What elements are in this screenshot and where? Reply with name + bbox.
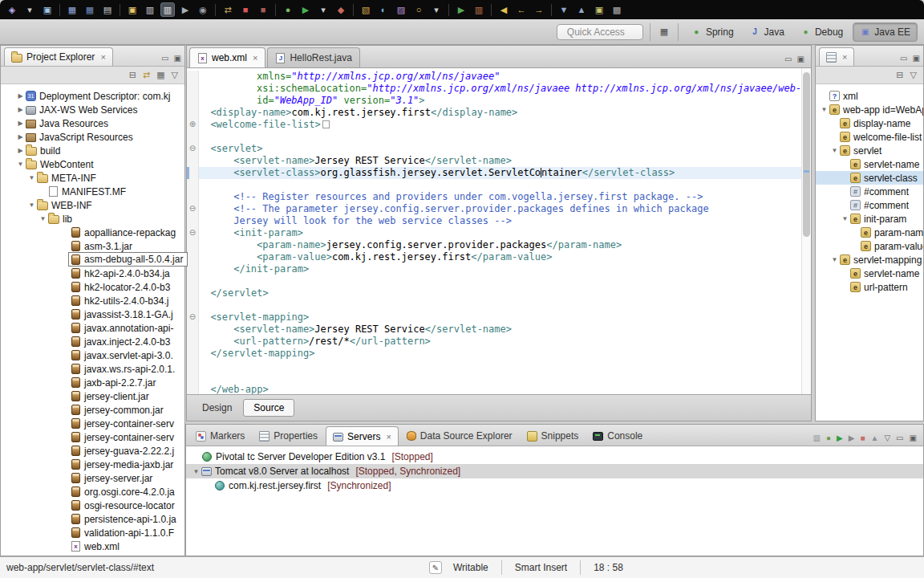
save-icon[interactable]: ▦ bbox=[65, 2, 79, 17]
tab-markers[interactable]: Markers bbox=[189, 426, 251, 446]
fold-toggle-icon[interactable]: ⊖ bbox=[189, 312, 196, 321]
tree-item[interactable]: hk2-api-2.4.0-b34.ja bbox=[1, 267, 184, 280]
tree-item[interactable]: ▼lib bbox=[1, 212, 184, 226]
code-line[interactable]: <servlet-name>Jersey REST Service</servl… bbox=[187, 324, 801, 336]
fold-toggle-icon[interactable]: ⊖ bbox=[189, 144, 196, 153]
tree-item[interactable]: validation-api-1.1.0.F bbox=[1, 526, 184, 539]
eclipse-workspace-icon[interactable]: ◈ bbox=[5, 2, 19, 17]
next-annotation-icon[interactable]: ▼ bbox=[557, 2, 571, 17]
tab-snippets[interactable]: Snippets bbox=[521, 426, 586, 446]
tree-item[interactable]: ?xml bbox=[816, 89, 923, 103]
stop-server-icon[interactable]: ■ bbox=[860, 434, 865, 442]
start-server-icon[interactable]: ▶ bbox=[837, 434, 843, 442]
tree-item[interactable]: eparam-value bbox=[816, 239, 923, 253]
expand-arrow[interactable]: ▼ bbox=[15, 161, 26, 168]
stop-icon[interactable]: ■ bbox=[238, 2, 253, 17]
code-line[interactable]: </web-app> bbox=[187, 384, 801, 394]
tab-properties[interactable]: Properties bbox=[253, 426, 324, 446]
code-text[interactable]: <init-param> bbox=[199, 227, 801, 239]
expand-arrow[interactable]: ▼ bbox=[840, 215, 850, 222]
xml-tool-icon[interactable]: ▨ bbox=[394, 2, 408, 17]
profile-icon[interactable]: ◆ bbox=[334, 2, 348, 17]
tree-item[interactable]: ▼eservlet-mapping bbox=[816, 253, 923, 267]
save-all-icon[interactable]: ▦ bbox=[83, 2, 97, 17]
search-dropdown-icon[interactable]: ▾ bbox=[429, 2, 444, 17]
code-text[interactable]: <welcome-file-list> bbox=[199, 119, 801, 131]
code-text[interactable]: <servlet-mapping> bbox=[199, 311, 801, 324]
tab-design[interactable]: Design bbox=[192, 399, 242, 417]
monitor-icon[interactable]: ▥ bbox=[143, 2, 157, 17]
tree-item[interactable]: ▶JavaScript Resources bbox=[1, 130, 184, 144]
new-dropdown-icon[interactable]: ▾ bbox=[22, 2, 37, 17]
perspective-button-debug[interactable]: ●Debug bbox=[794, 22, 849, 42]
focus-icon[interactable]: ▦ bbox=[156, 70, 164, 80]
expand-arrow[interactable]: ▼ bbox=[829, 147, 840, 154]
open-type-icon[interactable]: ▣ bbox=[592, 2, 606, 17]
tree-item[interactable]: eservlet-name bbox=[816, 157, 923, 171]
tree-item[interactable]: jersey-client.jar bbox=[1, 389, 184, 403]
run-dropdown-icon[interactable]: ▾ bbox=[316, 2, 330, 17]
tree-item[interactable]: javassist-3.18.1-GA.j bbox=[1, 307, 184, 321]
tree-item[interactable]: eservlet-class bbox=[816, 171, 923, 185]
previous-annotation-icon[interactable]: ▲ bbox=[574, 2, 589, 17]
expand-arrow[interactable]: ▼ bbox=[38, 215, 48, 222]
tree-item[interactable]: aopalliance-repackag bbox=[1, 226, 184, 239]
code-text[interactable]: </init-param> bbox=[199, 263, 801, 275]
tree-item[interactable]: ##comment bbox=[816, 185, 923, 198]
forward-icon[interactable]: → bbox=[532, 2, 546, 17]
tree-item[interactable]: asm-3.1.jar bbox=[1, 239, 184, 253]
tree-item[interactable]: jersey-media-jaxb.jar bbox=[1, 458, 184, 471]
tree-item[interactable]: ▼eservlet bbox=[816, 144, 923, 157]
close-icon[interactable]: × bbox=[100, 52, 105, 62]
tree-item[interactable]: eparam-name bbox=[816, 226, 923, 239]
minimize-icon[interactable]: ▭ bbox=[900, 54, 907, 63]
tree-item[interactable]: ▶31Deployment Descriptor: com.kj bbox=[1, 89, 184, 103]
tree-item[interactable]: ▶JAX-WS Web Services bbox=[1, 103, 184, 116]
expand-arrow[interactable]: ▼ bbox=[819, 106, 829, 113]
code-line[interactable]: <!-- Register resources and providers un… bbox=[187, 191, 801, 203]
code-line[interactable] bbox=[187, 299, 801, 311]
close-icon[interactable]: × bbox=[253, 53, 257, 63]
tree-item[interactable]: edisplay-name bbox=[816, 116, 923, 130]
code-line[interactable]: <url-pattern>/rest/*</url-pattern> bbox=[187, 336, 801, 348]
quick-access-box[interactable]: Quick Access bbox=[557, 24, 643, 40]
back-icon[interactable]: ← bbox=[514, 2, 529, 17]
perspective-button-spring[interactable]: ●Spring bbox=[685, 22, 740, 42]
code-line[interactable]: <servlet-name>Jersey REST Service</servl… bbox=[187, 155, 801, 167]
last-edit-location-icon[interactable]: ◀ bbox=[496, 2, 511, 17]
debug-server-icon[interactable]: ● bbox=[826, 434, 831, 442]
scrollbar-thumb[interactable] bbox=[803, 72, 810, 237]
code-text[interactable]: </servlet-mapping> bbox=[199, 348, 801, 360]
code-text[interactable]: </servlet> bbox=[199, 287, 801, 299]
tree-item[interactable]: ▶build bbox=[1, 144, 184, 157]
code-text[interactable]: <servlet-name>Jersey REST Service</servl… bbox=[199, 324, 801, 336]
minimize-icon[interactable]: ▭ bbox=[161, 54, 168, 63]
open-perspective-icon[interactable]: ▦ bbox=[657, 25, 671, 39]
tree-item[interactable]: persistence-api-1.0.ja bbox=[1, 512, 184, 526]
tree-item[interactable]: ▼META-INF bbox=[1, 171, 184, 185]
maximize-icon[interactable]: ▣ bbox=[174, 54, 181, 63]
code-text[interactable]: <param-value>com.kj.rest.jersey.first</p… bbox=[199, 251, 801, 263]
code-line[interactable]: </init-param> bbox=[187, 263, 801, 275]
code-text[interactable]: <param-name>jersey.config.server.provide… bbox=[199, 239, 801, 251]
tree-item[interactable]: xweb.xml bbox=[1, 539, 184, 553]
code-text[interactable]: <url-pattern>/rest/*</url-pattern> bbox=[199, 336, 801, 348]
code-text[interactable]: <!-- Register resources and providers un… bbox=[199, 191, 801, 203]
code-line[interactable] bbox=[187, 179, 801, 191]
minimize-icon[interactable]: ▭ bbox=[784, 55, 792, 63]
tree-item[interactable]: jersey-common.jar bbox=[1, 403, 184, 417]
collapsed-region-box[interactable] bbox=[322, 120, 330, 128]
code-text[interactable]: Jersey will look for the web service cla… bbox=[199, 215, 801, 227]
tree-item[interactable]: Pivotal tc Server Developer Edition v3.1… bbox=[186, 450, 923, 464]
code-text[interactable] bbox=[199, 275, 801, 287]
project-explorer-tab[interactable]: Project Explorer × bbox=[4, 47, 113, 66]
code-line[interactable] bbox=[187, 360, 801, 372]
tree-item[interactable]: ##comment bbox=[816, 198, 923, 212]
close-icon[interactable]: × bbox=[842, 52, 847, 62]
maximize-icon[interactable]: ▣ bbox=[910, 434, 917, 442]
expand-arrow[interactable]: ▶ bbox=[15, 106, 26, 113]
code-text[interactable] bbox=[199, 360, 801, 372]
collapse-all-icon[interactable]: ⊟ bbox=[896, 70, 903, 80]
editor-scrollbar[interactable] bbox=[801, 68, 811, 394]
expand-arrow[interactable]: ▼ bbox=[26, 174, 37, 181]
